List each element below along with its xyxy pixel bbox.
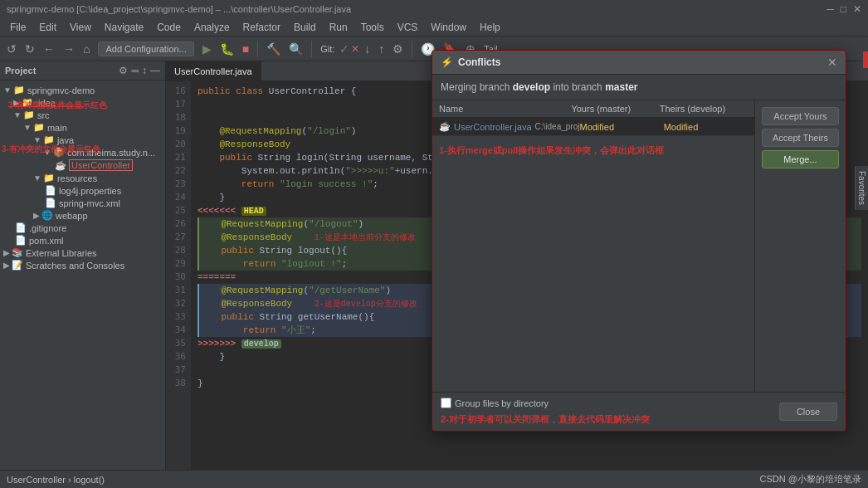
toolbar-run[interactable]: ▶ <box>199 41 215 57</box>
toolbar-undo[interactable]: ↺ <box>3 41 20 57</box>
dialog-title-text: ⚡ Conflicts <box>441 56 500 68</box>
dialog-annotation-1: 1-执行merge或pull操作如果发生冲突，会弹出此对话框 <box>439 145 664 155</box>
src-arrow: ▼ <box>13 110 22 120</box>
collapse-icon[interactable]: ═ <box>131 65 139 76</box>
tree-resources[interactable]: ▼ 📁 resources <box>0 172 165 184</box>
file-java-icon: ☕ <box>439 121 451 132</box>
toolbar-vcs1[interactable]: ↓ <box>361 41 373 57</box>
toolbar-vcs2[interactable]: ↑ <box>375 41 388 57</box>
idea-icon: 📁 <box>22 97 33 108</box>
root-label: springmvc-demo <box>27 85 95 95</box>
tree-pom[interactable]: 📄 pom.xml <box>0 234 165 246</box>
sort-icon[interactable]: ↕ <box>142 65 147 76</box>
menu-window[interactable]: Window <box>424 18 473 37</box>
toolbar-debug[interactable]: 🐛 <box>217 41 237 57</box>
idea-label: .idea <box>36 98 56 108</box>
add-configuration-button[interactable]: Add Configuration... <box>98 41 193 56</box>
red-scroll-indicator <box>863 51 868 68</box>
toolbar-stop[interactable]: ■ <box>239 41 252 57</box>
dialog-header: ⚡ Conflicts ✕ <box>432 51 846 75</box>
root-arrow: ▼ <box>3 85 12 95</box>
dialog-body: Name Yours (master) Theirs (develop) ☕ U… <box>432 100 846 392</box>
log4j-label: log4j.properties <box>59 186 121 196</box>
main-label: main <box>47 123 67 133</box>
log4j-icon: 📄 <box>45 185 56 196</box>
menu-refactor[interactable]: Refactor <box>237 18 287 37</box>
menu-vcs[interactable]: VCS <box>391 18 425 37</box>
col-yours-header: Yours (master) <box>571 104 659 114</box>
accept-theirs-button[interactable]: Accept Theirs <box>762 129 839 147</box>
accept-yours-button[interactable]: Accept Yours <box>762 107 839 125</box>
git-label: Git: <box>320 44 334 54</box>
toolbar-settings[interactable]: ⚙ <box>389 41 407 57</box>
settings-icon[interactable]: ⚙ <box>119 65 128 76</box>
project-tree: ▼ 📁 springmvc-demo ▶ 📁 .idea ▼ 📁 src ▼ 📁… <box>0 81 165 488</box>
sidebar: Project ⚙ ═ ↕ — ▼ 📁 springmvc-demo ▶ 📁 .… <box>0 61 166 488</box>
scratch-label: Scratches and Consoles <box>26 261 124 271</box>
editor-tab-usercontroller[interactable]: UserController.java <box>166 61 261 81</box>
tree-ext-libs[interactable]: ▶ 📚 External Libraries <box>0 246 165 259</box>
toolbar-redo[interactable]: ↻ <box>22 41 38 57</box>
menu-code[interactable]: Code <box>150 18 188 37</box>
tree-main[interactable]: ▼ 📁 main <box>0 121 165 134</box>
toolbar-back[interactable]: ← <box>40 41 58 57</box>
hide-icon[interactable]: — <box>150 65 160 76</box>
toolbar-search[interactable]: 🔍 <box>285 41 306 57</box>
col-theirs-header: Theirs (develop) <box>660 104 748 114</box>
window-controls[interactable]: ─ □ ✕ <box>827 3 861 15</box>
menu-view[interactable]: View <box>63 18 98 37</box>
menu-run[interactable]: Run <box>323 18 354 37</box>
tree-src[interactable]: ▼ 📁 src <box>0 109 165 121</box>
tree-scratches[interactable]: ▶ 📝 Scratches and Consoles <box>0 259 165 271</box>
dialog-subtitle: Merging branch develop into branch maste… <box>432 75 846 100</box>
menu-file[interactable]: File <box>3 18 32 37</box>
uc-label: UserController <box>69 159 133 171</box>
conflicts-dialog: ⚡ Conflicts ✕ Merging branch develop int… <box>432 50 846 432</box>
favorites-tab[interactable]: Favorites <box>855 166 868 210</box>
menu-build[interactable]: Build <box>287 18 323 37</box>
merge-button[interactable]: Merge... <box>762 150 839 168</box>
springmvc-icon: 📄 <box>45 198 56 208</box>
menu-analyze[interactable]: Analyze <box>188 18 237 37</box>
scratch-icon: 📝 <box>12 260 23 271</box>
menu-tools[interactable]: Tools <box>354 18 391 37</box>
tree-webapp[interactable]: ▶ 🌐 webapp <box>0 209 165 222</box>
close-button[interactable]: ✕ <box>853 3 861 15</box>
conflict-file-name: ☕ UserController.java C:\idea_proj <box>439 121 579 132</box>
scratch-arrow: ▶ <box>3 261 10 270</box>
toolbar-forward[interactable]: → <box>60 41 78 57</box>
menu-edit[interactable]: Edit <box>32 18 63 37</box>
res-arrow: ▼ <box>33 173 41 183</box>
src-icon: 📁 <box>23 110 35 120</box>
file-path: C:\idea_proj <box>535 122 580 131</box>
toolbar-build[interactable]: 🔨 <box>263 41 284 57</box>
conflict-file-row[interactable]: ☕ UserController.java C:\idea_proj Modif… <box>432 118 754 136</box>
dialog-close-btn[interactable]: Close <box>779 403 837 421</box>
idea-arrow: ▶ <box>13 98 20 107</box>
res-label: resources <box>57 173 97 183</box>
close-button-area: Close <box>779 403 837 421</box>
main-icon: 📁 <box>33 122 45 133</box>
maximize-button[interactable]: □ <box>841 3 846 15</box>
tree-log4j[interactable]: 📄 log4j.properties <box>0 184 165 197</box>
dialog-annotation-2: 2-对于初学者可以关闭弹框，直接去代码里解决冲突 <box>441 414 650 424</box>
separator-1 <box>257 41 258 57</box>
line-numbers: 1617181920 2122232425 2627282930 3132333… <box>166 81 191 488</box>
ext-icon: 📚 <box>12 247 23 258</box>
menu-help[interactable]: Help <box>473 18 507 37</box>
tree-springmvc[interactable]: 📄 spring-mvc.xml <box>0 197 165 209</box>
tree-usercontroller[interactable]: ☕ UserController <box>53 159 165 172</box>
minimize-button[interactable]: ─ <box>827 3 834 15</box>
webapp-label: webapp <box>56 211 88 221</box>
dialog-close-button[interactable]: ✕ <box>827 56 837 69</box>
group-files-checkbox[interactable] <box>441 398 451 408</box>
tree-gitignore[interactable]: 📄 .gitignore <box>0 222 165 234</box>
gitignore-label: .gitignore <box>29 223 66 233</box>
window-title: springmvc-demo [C:\idea_project\springmv… <box>7 4 351 14</box>
toolbar-recent[interactable]: ⌂ <box>80 41 93 57</box>
tree-idea[interactable]: ▶ 📁 .idea <box>0 96 165 109</box>
tree-root[interactable]: ▼ 📁 springmvc-demo <box>0 84 165 96</box>
theirs-status: Modified <box>664 122 748 132</box>
res-icon: 📁 <box>43 173 55 183</box>
menu-navigate[interactable]: Navigate <box>98 18 150 37</box>
